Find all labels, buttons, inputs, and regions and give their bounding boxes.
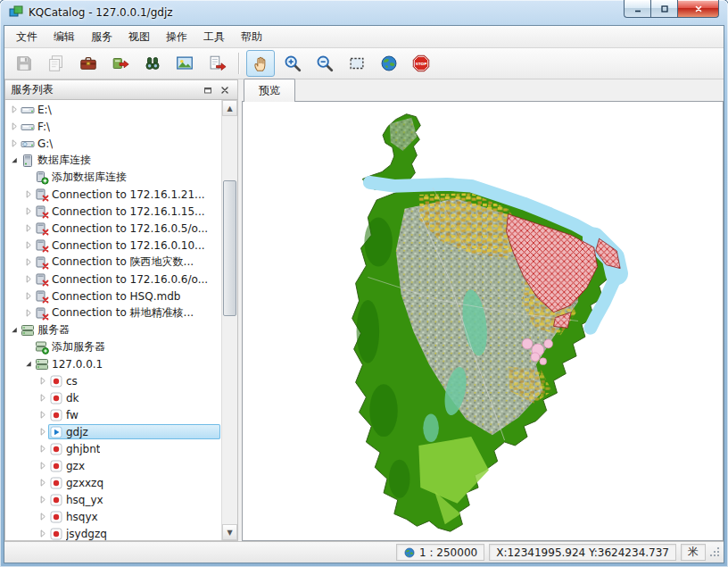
drive-icon bbox=[21, 103, 35, 117]
zoom-in-button[interactable] bbox=[278, 50, 307, 77]
export-button[interactable] bbox=[203, 50, 231, 77]
tree-item-connection-shanxi-dizai[interactable]: Connection to 陕西地灾数... bbox=[5, 254, 222, 271]
tree-item-connection-172-16-1-15[interactable]: Connection to 172.16.1.15... bbox=[5, 203, 222, 220]
menu-operate[interactable]: 操作 bbox=[158, 27, 195, 47]
tree-item-service-cs[interactable]: cs bbox=[5, 372, 222, 389]
servers-icon bbox=[35, 357, 49, 371]
map-preview[interactable] bbox=[242, 101, 724, 541]
panel-header: 服务列表 bbox=[4, 79, 238, 100]
minimize-button[interactable] bbox=[624, 0, 650, 18]
tree-item-add-database-connection[interactable]: 添加数据库连接 bbox=[5, 169, 222, 186]
collapsed-arrow-icon[interactable] bbox=[9, 104, 20, 114]
zoom-rect-button[interactable] bbox=[343, 50, 371, 77]
tree-item-service-gzx[interactable]: gzx bbox=[5, 457, 222, 474]
tree-item-connection-gengdi[interactable]: Connection to 耕地精准核... bbox=[5, 304, 222, 321]
expanded-arrow-icon[interactable] bbox=[9, 325, 20, 335]
status-bar: 1 : 250000 X:12341995.924 Y:3624234.737 … bbox=[4, 541, 724, 563]
scroll-thumb[interactable] bbox=[223, 180, 236, 316]
close-button[interactable] bbox=[677, 0, 719, 18]
tree-item-service-gzxxzq[interactable]: gzxxzq bbox=[5, 474, 222, 491]
tree-item-connection-172-16-1-21[interactable]: Connection to 172.16.1.21... bbox=[5, 186, 222, 203]
cursor-coordinates: X:12341995.924 Y:3624234.737 bbox=[496, 546, 669, 559]
tree-item-label: hsqyx bbox=[66, 511, 98, 523]
collapsed-arrow-icon[interactable] bbox=[23, 206, 34, 216]
tree-item-service-gdjz[interactable]: gdjz bbox=[5, 423, 222, 440]
collapsed-arrow-icon[interactable] bbox=[37, 393, 48, 403]
menu-edit[interactable]: 编辑 bbox=[46, 27, 83, 47]
scroll-up-button[interactable]: ▲ bbox=[222, 100, 237, 116]
menu-file[interactable]: 文件 bbox=[8, 27, 46, 47]
collapsed-arrow-icon[interactable] bbox=[37, 444, 48, 454]
expanded-arrow-icon[interactable] bbox=[9, 155, 20, 165]
hand-icon bbox=[251, 54, 270, 73]
collapsed-arrow-icon[interactable] bbox=[23, 274, 34, 284]
image-preview-button[interactable] bbox=[170, 50, 199, 77]
collapsed-arrow-icon[interactable] bbox=[37, 376, 48, 386]
collapsed-arrow-icon[interactable] bbox=[37, 427, 48, 437]
tree-item-service-fw[interactable]: fw bbox=[5, 406, 222, 423]
expanded-arrow-icon[interactable] bbox=[23, 359, 34, 369]
collapsed-arrow-icon[interactable] bbox=[23, 308, 34, 318]
tree-item-service-jsydgzq[interactable]: jsydgzq bbox=[5, 525, 222, 540]
tree-item-drive-e[interactable]: E:\ bbox=[5, 101, 222, 118]
tab-preview[interactable]: 预览 bbox=[244, 79, 295, 102]
tree-item-add-server[interactable]: 添加服务器 bbox=[5, 338, 222, 355]
scroll-track[interactable] bbox=[222, 116, 237, 524]
collapsed-arrow-icon[interactable] bbox=[23, 291, 34, 301]
menu-tools[interactable]: 工具 bbox=[195, 27, 233, 47]
tree-item-servers[interactable]: 服务器 bbox=[5, 321, 222, 338]
tree-item-connection-hsq-mdb[interactable]: Connection to HSQ.mdb bbox=[5, 288, 222, 304]
tree-item-label: F:\ bbox=[37, 121, 50, 133]
tree-item-connection-172-16-0-10[interactable]: Connection to 172.16.0.10... bbox=[5, 237, 222, 254]
database-add-icon bbox=[35, 171, 49, 185]
collapsed-arrow-icon[interactable] bbox=[37, 461, 48, 471]
tree-item-database-connections[interactable]: 数据库连接 bbox=[5, 152, 222, 169]
collapsed-arrow-icon[interactable] bbox=[23, 189, 34, 199]
connection-broken-icon bbox=[35, 238, 49, 253]
collapsed-arrow-icon[interactable] bbox=[23, 257, 34, 267]
scroll-down-button[interactable]: ▼ bbox=[222, 524, 237, 540]
tab-bar: 预览 bbox=[242, 79, 724, 101]
collapsed-arrow-icon[interactable] bbox=[9, 138, 20, 148]
zoom-out-button[interactable] bbox=[310, 50, 339, 77]
tree-item-service-hsqyx[interactable]: hsqyx bbox=[5, 508, 222, 525]
tree-item-service-ghjbnt[interactable]: ghjbnt bbox=[5, 440, 222, 457]
import-service-button[interactable] bbox=[106, 50, 135, 77]
collapsed-arrow-icon[interactable] bbox=[37, 495, 48, 504]
tree-item-drive-f[interactable]: F:\ bbox=[5, 118, 222, 135]
tree-item-connection-172-16-0-6[interactable]: Connection to 172.16.0.6/o... bbox=[5, 271, 222, 288]
zoom-in-icon bbox=[283, 54, 302, 73]
float-panel-button[interactable] bbox=[201, 83, 215, 97]
stop-button[interactable]: STOP bbox=[407, 50, 435, 77]
cd-drive-icon bbox=[21, 137, 35, 151]
tree-item-drive-g[interactable]: G:\ bbox=[5, 135, 222, 152]
tree-item-label: G:\ bbox=[37, 138, 53, 150]
search-button[interactable] bbox=[138, 50, 167, 77]
tree-item-service-hsq-yx[interactable]: hsq_yx bbox=[5, 491, 222, 508]
maximize-button[interactable] bbox=[650, 0, 677, 18]
full-extent-button[interactable] bbox=[375, 50, 403, 77]
collapsed-arrow-icon[interactable] bbox=[37, 410, 48, 420]
collapsed-arrow-icon[interactable] bbox=[37, 512, 48, 521]
title-bar[interactable]: KQCatalog - 127.0.0.1/gdjz bbox=[0, 0, 728, 25]
tree-item-service-dk[interactable]: dk bbox=[5, 389, 222, 406]
tree-item-label: Connection to HSQ.mdb bbox=[52, 290, 180, 303]
database-icon bbox=[21, 154, 35, 168]
collapsed-arrow-icon[interactable] bbox=[37, 529, 48, 538]
tree-item-server-127-0-0-1[interactable]: 127.0.0.1 bbox=[5, 355, 222, 372]
connection-broken-icon bbox=[35, 255, 49, 270]
toolbox-button[interactable] bbox=[74, 50, 103, 77]
service-stopped-icon bbox=[49, 493, 63, 507]
menu-service[interactable]: 服务 bbox=[83, 27, 120, 47]
collapsed-arrow-icon[interactable] bbox=[23, 223, 34, 233]
collapsed-arrow-icon[interactable] bbox=[37, 478, 48, 488]
tree-item-connection-172-16-0-5[interactable]: Connection to 172.16.0.5/o... bbox=[5, 220, 222, 237]
close-panel-button[interactable] bbox=[218, 83, 232, 97]
pan-button[interactable] bbox=[246, 50, 275, 77]
resize-grip[interactable] bbox=[709, 546, 722, 559]
collapsed-arrow-icon[interactable] bbox=[9, 121, 20, 131]
tree-scrollbar[interactable]: ▲ ▼ bbox=[221, 100, 237, 540]
menu-view[interactable]: 视图 bbox=[120, 27, 158, 47]
menu-help[interactable]: 帮助 bbox=[233, 27, 270, 47]
collapsed-arrow-icon[interactable] bbox=[23, 240, 34, 250]
